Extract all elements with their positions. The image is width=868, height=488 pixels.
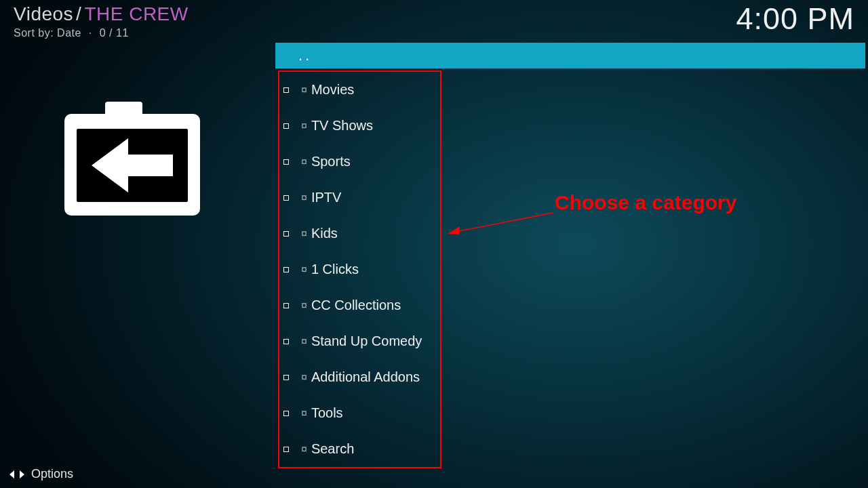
- square-bullet-icon: [283, 267, 289, 272]
- square-bullet-icon: [283, 339, 289, 344]
- options-icon: [9, 468, 24, 481]
- item-label: CC Collections: [311, 298, 401, 313]
- list-item[interactable]: ¤ TV Shows: [283, 108, 441, 144]
- svg-marker-6: [9, 470, 14, 479]
- square-bullet-icon: [283, 195, 289, 201]
- item-marker: ¤: [301, 264, 307, 276]
- item-marker: ¤: [301, 120, 307, 132]
- list-position: 0 / 11: [100, 27, 129, 39]
- parent-directory-row[interactable]: ..: [275, 43, 865, 68]
- options-label: Options: [31, 467, 73, 481]
- item-marker: ¤: [301, 300, 307, 312]
- svg-marker-7: [20, 470, 24, 479]
- item-label: Tools: [311, 405, 343, 421]
- back-folder-icon[interactable]: [58, 102, 207, 224]
- square-bullet-icon: [283, 411, 289, 416]
- item-marker: ¤: [301, 371, 307, 384]
- sort-info: Sort by: Date · 0 / 11: [14, 27, 129, 39]
- list-item[interactable]: ¤ Search: [283, 431, 441, 467]
- square-bullet-icon: [283, 159, 289, 165]
- square-bullet-icon: [283, 123, 289, 129]
- clock: 4:00 PM: [736, 1, 854, 37]
- item-label: IPTV: [311, 190, 341, 205]
- parent-directory-label: ..: [298, 47, 312, 64]
- item-label: TV Shows: [311, 118, 373, 134]
- annotation-text: Choose a category: [555, 191, 736, 214]
- sort-label: Sort by:: [14, 27, 54, 39]
- square-bullet-icon: [283, 447, 289, 452]
- item-label: 1 Clicks: [311, 262, 359, 277]
- item-marker: ¤: [301, 84, 307, 96]
- item-marker: ¤: [301, 336, 307, 348]
- breadcrumb-root: Videos: [14, 3, 73, 24]
- options-button[interactable]: Options: [9, 467, 73, 481]
- list-item[interactable]: ¤ Kids: [283, 216, 441, 251]
- item-marker: ¤: [301, 192, 307, 204]
- list-item[interactable]: ¤ Movies: [283, 72, 441, 108]
- item-marker: ¤: [301, 156, 307, 168]
- square-bullet-icon: [283, 303, 289, 308]
- list-item[interactable]: ¤ CC Collections: [283, 287, 441, 323]
- square-bullet-icon: [283, 231, 289, 237]
- item-label: Search: [311, 441, 354, 457]
- category-list: ¤ Movies ¤ TV Shows ¤ Sports ¤ IPTV ¤ Ki…: [283, 72, 441, 467]
- item-marker: ¤: [301, 407, 307, 420]
- sort-dot: ·: [85, 27, 96, 39]
- svg-line-4: [456, 213, 553, 232]
- item-marker: ¤: [301, 443, 307, 455]
- breadcrumb: Videos/THE CREW: [14, 3, 189, 25]
- svg-marker-5: [448, 226, 460, 235]
- item-label: Movies: [311, 82, 354, 98]
- list-item[interactable]: ¤ Additional Addons: [283, 359, 441, 395]
- item-marker: ¤: [301, 228, 307, 240]
- square-bullet-icon: [283, 87, 289, 93]
- annotation-arrow-icon: [448, 211, 556, 239]
- item-label: Additional Addons: [311, 369, 420, 385]
- sort-value: Date: [57, 27, 81, 39]
- item-label: Sports: [311, 154, 351, 169]
- item-label: Kids: [311, 226, 338, 241]
- item-label: Stand Up Comedy: [311, 333, 422, 349]
- breadcrumb-separator: /: [73, 3, 84, 24]
- list-item[interactable]: ¤ Sports: [283, 144, 441, 180]
- breadcrumb-leaf: THE CREW: [84, 3, 188, 24]
- square-bullet-icon: [283, 375, 289, 380]
- list-item[interactable]: ¤ Stand Up Comedy: [283, 323, 441, 359]
- list-item[interactable]: ¤ Tools: [283, 395, 441, 431]
- list-item[interactable]: ¤ IPTV: [283, 180, 441, 216]
- list-item[interactable]: ¤ 1 Clicks: [283, 251, 441, 287]
